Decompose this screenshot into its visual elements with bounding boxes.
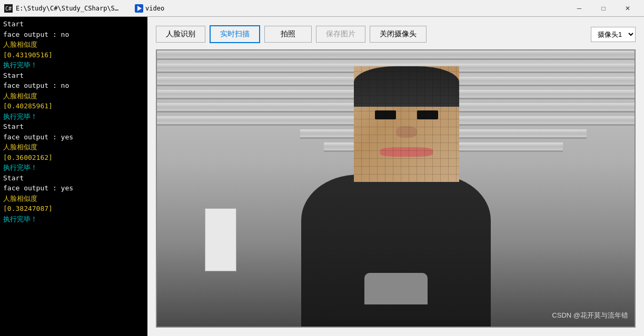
console-line: face output : no <box>3 80 144 91</box>
console-line: 人脸相似度 <box>3 142 144 152</box>
console-line: Start <box>3 121 144 132</box>
console-icon: C# <box>4 4 13 13</box>
console-line: 执行完毕！ <box>3 162 144 173</box>
close-camera-button[interactable]: 关闭摄像头 <box>370 26 427 43</box>
console-line: face output : yes <box>3 183 144 194</box>
console-line: 人脸相似度 <box>3 91 144 101</box>
console-line: face output : no <box>3 29 144 40</box>
slat-1 <box>157 50 635 60</box>
main-content: Startface output : no人脸相似度[0.43190516]执行… <box>0 17 644 336</box>
console-line: 执行完毕！ <box>3 111 144 122</box>
console-panel: Startface output : no人脸相似度[0.43190516]执行… <box>0 17 147 336</box>
console-line: Start <box>3 173 144 184</box>
camera-background: CSDN @花开莫与流年错 <box>157 50 635 327</box>
face-pixelate-overlay <box>354 66 459 182</box>
video-app-icon <box>135 4 143 13</box>
video-panel: 人脸识别 实时扫描 拍照 保存图片 关闭摄像头 摄像头1 摄像头2 <box>147 17 644 336</box>
maximize-button[interactable]: □ <box>591 0 616 17</box>
console-line: 执行完毕！ <box>3 60 144 70</box>
console-line: Start <box>3 19 144 29</box>
close-button[interactable]: ✕ <box>616 0 640 17</box>
console-line: [0.43190516] <box>3 50 144 60</box>
shirt-collar <box>364 273 428 304</box>
watermark: CSDN @花开莫与流年错 <box>552 311 628 320</box>
console-line: [0.36002162] <box>3 152 144 163</box>
photo-button[interactable]: 拍照 <box>264 26 312 43</box>
realtime-scan-button[interactable]: 实时扫描 <box>210 25 260 43</box>
console-line: Start <box>3 70 144 81</box>
title-bar-left: C# E:\Study\C#\Study_CSharp\Study... vid… <box>4 4 567 13</box>
console-line: 执行完毕！ <box>3 214 144 225</box>
console-line: 人脸相似度 <box>3 39 144 50</box>
save-image-button[interactable]: 保存图片 <box>316 26 365 43</box>
svg-text:C#: C# <box>5 6 12 12</box>
video-display: CSDN @花开莫与流年错 <box>156 49 636 328</box>
video-title: video <box>145 5 164 12</box>
toolbar: 人脸识别 实时扫描 拍照 保存图片 关闭摄像头 摄像头1 摄像头2 <box>156 25 636 43</box>
face-recognition-button[interactable]: 人脸识别 <box>156 26 205 43</box>
camera-dropdown[interactable]: 摄像头1 摄像头2 <box>591 27 636 42</box>
console-title: E:\Study\C#\Study_CSharp\Study... <box>16 5 121 12</box>
title-bar: C# E:\Study\C#\Study_CSharp\Study... vid… <box>0 0 644 17</box>
title-bar-controls: ─ □ ✕ <box>567 0 640 17</box>
console-line: 人脸相似度 <box>3 194 144 204</box>
person-face <box>354 66 459 182</box>
console-line: [0.38247087] <box>3 203 144 214</box>
camera-select-area: 摄像头1 摄像头2 <box>591 27 636 42</box>
white-board <box>205 208 236 271</box>
console-line: [0.40285961] <box>3 101 144 111</box>
console-line: face output : yes <box>3 132 144 142</box>
minimize-button[interactable]: ─ <box>567 0 591 17</box>
